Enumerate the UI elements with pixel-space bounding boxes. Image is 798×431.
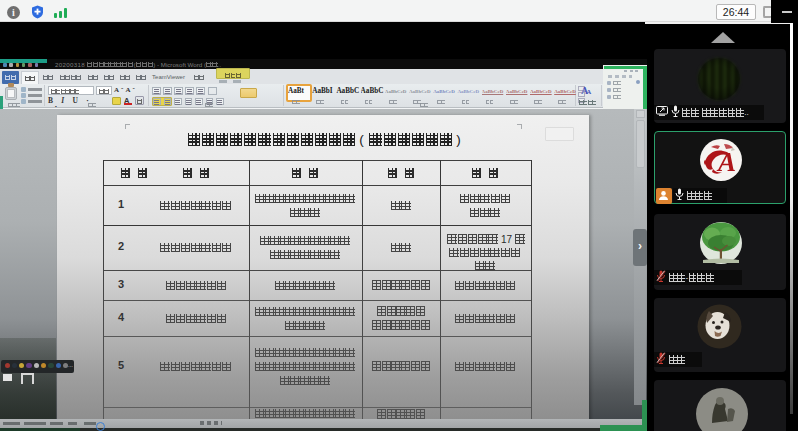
- svg-text:A: A: [716, 147, 736, 177]
